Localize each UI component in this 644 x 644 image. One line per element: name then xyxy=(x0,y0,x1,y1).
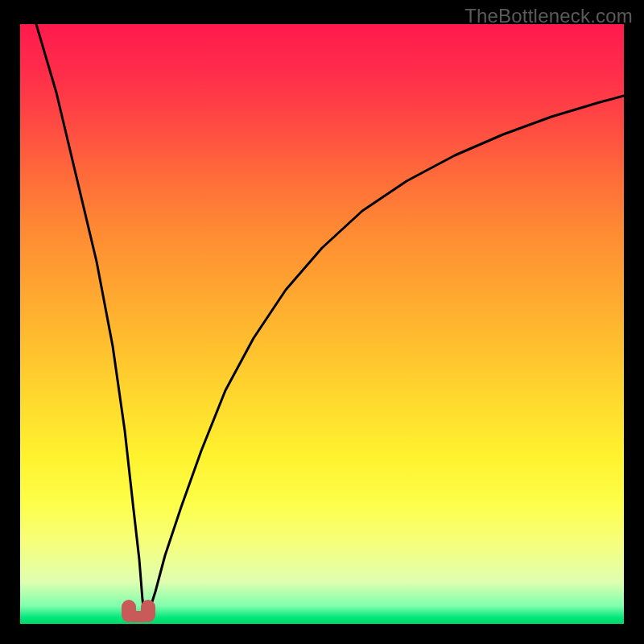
min-indicator-bridge xyxy=(129,611,148,622)
watermark-text: TheBottleneck.com xyxy=(464,5,633,27)
curve-path xyxy=(36,24,624,618)
plot-area xyxy=(20,24,624,624)
bottleneck-curve xyxy=(20,24,624,624)
min-indicator xyxy=(122,598,155,622)
chart-frame: TheBottleneck.com xyxy=(0,0,644,644)
